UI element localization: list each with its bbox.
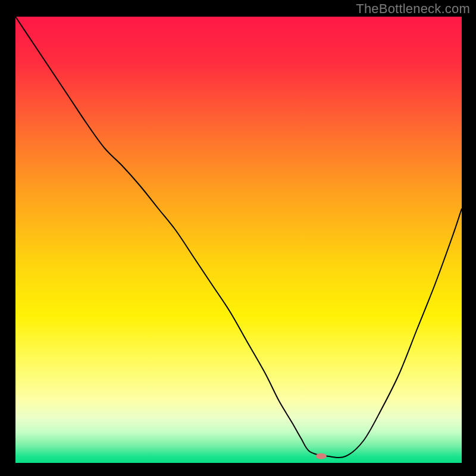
optimal-marker — [316, 453, 327, 459]
bottleneck-chart — [15, 17, 462, 463]
watermark-text: TheBottleneck.com — [356, 1, 470, 17]
chart-background — [15, 17, 462, 463]
chart-container — [15, 17, 462, 463]
image-frame: TheBottleneck.com — [0, 0, 476, 476]
